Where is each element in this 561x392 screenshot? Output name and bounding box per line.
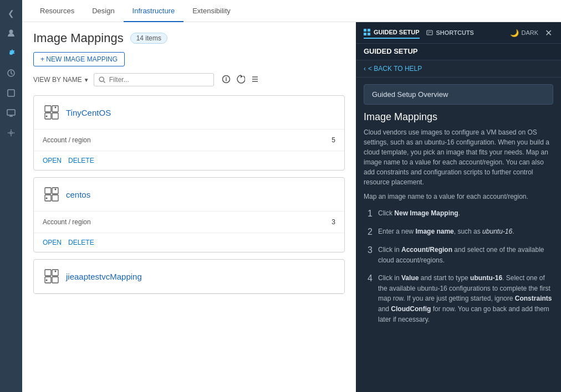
view-by-button[interactable]: VIEW BY NAME ▼: [33, 76, 89, 84]
mapping-card-centos: centos Account / region 3 OPEN DELETE: [33, 177, 345, 252]
card-actions-tinyCentOS: OPEN DELETE: [34, 151, 344, 170]
close-guided-setup-button[interactable]: ✕: [544, 28, 553, 38]
svg-point-4: [10, 132, 12, 134]
guided-description-2: Map an image name to a value for each ac…: [364, 192, 553, 202]
guided-overview-button[interactable]: Guided Setup Overview: [364, 84, 553, 105]
left-panel: Image Mappings 14 items + NEW IMAGE MAPP…: [22, 22, 356, 392]
guided-steps: 1 Click New Image Mapping. 2 Enter a new…: [364, 208, 553, 324]
dark-label: DARK: [521, 29, 538, 36]
svg-point-0: [9, 30, 13, 34]
step-4-number: 4: [364, 274, 373, 324]
toolbar-icons: [221, 74, 261, 86]
svg-rect-29: [427, 30, 432, 35]
shortcuts-tab[interactable]: SHORTCUTS: [426, 29, 474, 36]
cube-icon: [7, 89, 16, 97]
open-button-tinyCentOS[interactable]: OPEN: [43, 157, 62, 164]
card-account-value-tinyCentOS: 5: [332, 136, 335, 144]
svg-rect-25: [364, 29, 366, 32]
step-2-text: Enter a new Image name, such as ubuntu-1…: [378, 226, 514, 237]
step-2-number: 2: [364, 227, 373, 237]
card-account-value-centos: 3: [332, 218, 335, 226]
clock-icon: [7, 69, 16, 78]
gear-icon: [7, 49, 16, 58]
main-content: Resources Design Infrastructure Extensib…: [22, 0, 561, 392]
svg-rect-13: [45, 188, 51, 194]
guided-description-1: Cloud vendors use images to configure a …: [364, 127, 553, 187]
user-icon: [7, 29, 16, 38]
sidebar-collapse-btn[interactable]: ❮: [2, 4, 20, 22]
card-title-jieaaptestvcMapping[interactable]: jieaaptestvcMapping: [66, 272, 142, 281]
step-1: 1 Click New Image Mapping.: [364, 208, 553, 219]
card-account-label-centos: Account / region: [43, 218, 91, 226]
tab-extensibility[interactable]: Extensibility: [183, 0, 239, 22]
chevron-left-icon: ❮: [8, 9, 14, 18]
guided-setup-tab[interactable]: GUIDED SETUP: [364, 27, 420, 39]
guided-body: Image Mappings Cloud vendors use images …: [356, 111, 561, 392]
new-image-mapping-button[interactable]: + NEW IMAGE MAPPING: [33, 52, 125, 66]
info-button[interactable]: [221, 74, 232, 86]
svg-rect-27: [364, 33, 366, 35]
svg-point-17: [46, 198, 48, 199]
sidebar-item-network[interactable]: [2, 124, 20, 142]
svg-rect-3: [7, 110, 15, 115]
mapping-icon-jieaaptestvcMapping: [43, 267, 60, 285]
dark-mode-toggle[interactable]: 🌙 DARK: [510, 29, 538, 37]
svg-rect-26: [368, 29, 370, 32]
tab-design[interactable]: Design: [83, 0, 123, 22]
step-1-number: 1: [364, 209, 373, 219]
chevron-down-icon: ▼: [84, 77, 89, 83]
sidebar-item-user[interactable]: [2, 24, 20, 42]
monitor-icon: [7, 109, 16, 117]
shortcuts-label: SHORTCUTS: [436, 29, 474, 36]
card-title-centos[interactable]: centos: [66, 190, 90, 199]
open-button-centos[interactable]: OPEN: [43, 239, 62, 246]
search-input[interactable]: [109, 76, 209, 84]
svg-rect-28: [368, 33, 370, 35]
tab-resources[interactable]: Resources: [31, 0, 83, 22]
search-box: [94, 73, 214, 86]
step-3-number: 3: [364, 245, 373, 265]
chevron-left-icon: ‹: [364, 65, 366, 73]
list-view-button[interactable]: [249, 74, 261, 86]
svg-point-24: [55, 271, 57, 272]
moon-icon: 🌙: [510, 29, 519, 37]
refresh-button[interactable]: [235, 74, 246, 86]
delete-button-centos[interactable]: DELETE: [68, 239, 94, 246]
svg-rect-7: [45, 106, 51, 112]
network-icon: [7, 128, 16, 137]
step-3: 3 Click in Account/Region and select one…: [364, 245, 553, 265]
top-nav: Resources Design Infrastructure Extensib…: [22, 0, 561, 22]
svg-rect-19: [45, 270, 51, 276]
sidebar-item-monitor[interactable]: [2, 104, 20, 122]
step-2: 2 Enter a new Image name, such as ubuntu…: [364, 226, 553, 237]
mapping-icon-centos: [43, 185, 60, 203]
sidebar-item-history[interactable]: [2, 64, 20, 82]
step-4-text: Click in Value and start to type ubuntu-…: [378, 273, 553, 324]
svg-rect-2: [8, 90, 14, 96]
card-title-tinyCentOS[interactable]: TinyCentOS: [66, 108, 111, 117]
sidebar-item-resources[interactable]: [2, 84, 20, 102]
svg-rect-16: [52, 195, 58, 201]
back-to-help-link[interactable]: ‹ < BACK TO HELP: [356, 60, 561, 78]
card-account-label-tinyCentOS: Account / region: [43, 136, 91, 144]
view-by-label: VIEW BY NAME: [33, 76, 82, 84]
step-3-text: Click in Account/Region and select one o…: [378, 245, 553, 265]
card-header-jieaaptestvcMapping: jieaaptestvcMapping: [34, 260, 344, 293]
guided-section-title: Image Mappings: [364, 111, 553, 123]
sidebar: ❮: [0, 0, 22, 392]
toolbar: VIEW BY NAME ▼: [33, 73, 345, 86]
svg-point-12: [55, 107, 57, 109]
guided-title: GUIDED SETUP: [364, 47, 418, 55]
tab-infrastructure[interactable]: Infrastructure: [124, 0, 184, 22]
guided-setup-label: GUIDED SETUP: [374, 29, 420, 35]
card-header-centos: centos: [34, 178, 344, 212]
sidebar-item-settings[interactable]: [2, 44, 20, 62]
keyboard-icon: [426, 29, 433, 36]
guided-header-tabs: GUIDED SETUP SHORTCUTS: [364, 27, 474, 39]
svg-point-23: [46, 280, 48, 281]
svg-point-11: [46, 116, 48, 117]
card-actions-centos: OPEN DELETE: [34, 233, 344, 252]
mapping-icon-tinyCentOS: [43, 104, 60, 121]
delete-button-tinyCentOS[interactable]: DELETE: [68, 157, 94, 164]
guided-title-bar: GUIDED SETUP: [356, 44, 561, 60]
